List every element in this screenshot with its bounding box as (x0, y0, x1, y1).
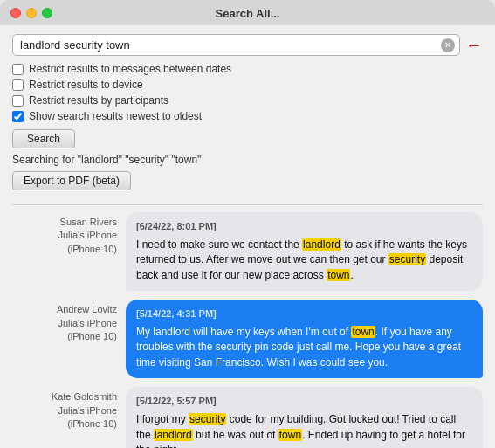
export-button[interactable]: Export to PDF (beta) (12, 171, 131, 190)
highlight: town (278, 429, 302, 441)
checkboxes-section: Restrict results to messages between dat… (12, 63, 483, 122)
result-row-1: Andrew LovitzJulia's iPhone(iPhone 10)[5… (12, 300, 483, 378)
checkbox-restrict-dates[interactable] (12, 64, 24, 75)
checkbox-restrict-participants[interactable] (12, 95, 24, 107)
highlight: security (388, 253, 426, 265)
message-bubble-0: [6/24/22, 8:01 PM]I need to make sure we… (126, 212, 483, 291)
searching-label: Searching for "landlord" "security" "tow… (12, 154, 483, 166)
checkbox-newest-oldest[interactable] (12, 111, 24, 122)
divider (12, 204, 483, 205)
window-controls (10, 8, 52, 18)
result-row-2: Kate GoldsmithJulia's iPhone(iPhone 10)[… (12, 387, 483, 448)
message-bubble-2: [5/12/22, 5:57 PM]I forgot my security c… (126, 387, 483, 448)
close-btn[interactable] (10, 8, 21, 18)
search-input[interactable] (12, 34, 460, 56)
result-sender-2: Kate GoldsmithJulia's iPhone(iPhone 10) (12, 387, 117, 431)
minimize-btn[interactable] (26, 8, 37, 18)
checkbox-row-restrict-dates: Restrict results to messages between dat… (12, 63, 483, 75)
clear-button[interactable]: ✕ (441, 38, 455, 52)
results-area: Susan RiversJulia's iPhone(iPhone 10)[6/… (12, 212, 483, 448)
title-text: Search All... (216, 7, 280, 20)
search-button[interactable]: Search (12, 129, 75, 148)
message-timestamp-0: [6/24/22, 8:01 PM] (136, 220, 472, 234)
message-timestamp-1: [5/14/22, 4:31 PM] (136, 307, 472, 321)
checkbox-label-restrict-device: Restrict results to device (29, 79, 143, 91)
message-bubble-1: [5/14/22, 4:31 PM]My landlord will have … (126, 300, 483, 378)
checkbox-row-newest-oldest: Show search results newest to oldest (12, 110, 483, 122)
result-sender-1: Andrew LovitzJulia's iPhone(iPhone 10) (12, 300, 117, 343)
checkbox-label-restrict-participants: Restrict results by participants (29, 94, 168, 107)
search-input-wrap: ✕ (12, 34, 460, 56)
message-text-0: I need to make sure we contact the landl… (136, 238, 467, 281)
highlight: security (189, 413, 226, 425)
checkbox-restrict-device[interactable] (12, 79, 24, 91)
message-timestamp-2: [5/12/22, 5:57 PM] (136, 395, 472, 409)
result-row-0: Susan RiversJulia's iPhone(iPhone 10)[6/… (12, 212, 483, 291)
highlight: town (327, 269, 350, 281)
result-sender-0: Susan RiversJulia's iPhone(iPhone 10) (12, 212, 117, 256)
highlight: town (351, 326, 375, 338)
title-bar: Search All... (0, 0, 495, 25)
arrow-indicator: ← (465, 35, 483, 55)
highlight: landlord (302, 238, 341, 251)
checkbox-row-restrict-device: Restrict results to device (12, 79, 483, 91)
checkbox-row-restrict-participants: Restrict results by participants (12, 94, 483, 107)
checkbox-label-newest-oldest: Show search results newest to oldest (29, 110, 202, 122)
highlight: landlord (154, 429, 193, 441)
checkbox-label-restrict-dates: Restrict results to messages between dat… (29, 63, 231, 75)
message-text-1: My landlord will have my keys when I'm o… (136, 326, 461, 369)
message-text-2: I forgot my security code for my buildin… (136, 413, 465, 448)
maximize-btn[interactable] (42, 8, 52, 18)
